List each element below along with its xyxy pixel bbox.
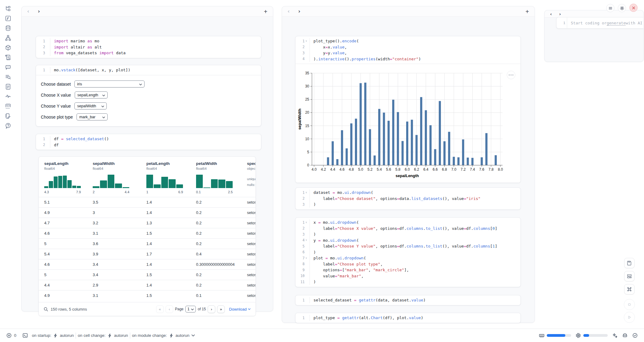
sidebar-item-database[interactable] (4, 25, 12, 31)
sidebar-item-help[interactable] (4, 122, 12, 129)
table-row: 4.73.21.30.2setosa (39, 218, 256, 228)
fold-chevron-icon[interactable]: ∨ (305, 191, 308, 194)
ai-features-button[interactable] (612, 333, 618, 338)
sidebar-item-ai-chat[interactable] (4, 64, 12, 70)
column-header-species[interactable]: speciesobjectuniquenulls: (247, 161, 256, 197)
code-editor[interactable]: 1mo.vstack([dataset, x, y, plot]) (36, 65, 261, 75)
column-header-petalWidth[interactable]: petalWidthfloat640.12.5 (196, 161, 247, 197)
dropdown-choose-y-value[interactable]: sepalWidth (74, 102, 107, 109)
sidebar-item-logs[interactable] (4, 73, 12, 80)
code-placeholder[interactable]: Start coding or generate with AI (567, 17, 642, 28)
fold-chevron-icon[interactable]: ∨ (305, 257, 308, 259)
chevron-left-icon[interactable]: ‹ (288, 9, 290, 14)
chevron-right-icon[interactable]: › (298, 9, 300, 14)
chevron-left-icon[interactable]: ‹ (550, 12, 552, 16)
copilot-button[interactable] (622, 333, 628, 338)
svg-text:6.8: 6.8 (442, 167, 447, 172)
code-editor[interactable]: 1∨x = mo.ui.dropdown(2 label="Choose X v… (295, 218, 521, 287)
table-cell: 1.4 (146, 200, 196, 205)
code-cell-plot: 1∨plot_type().encode(2 x=x.value,3 y=y.v… (295, 36, 521, 183)
column-header-sepalWidth[interactable]: sepalWidthfloat6424.4 (93, 161, 146, 197)
cpu-bar-fill (583, 334, 589, 337)
error-count-badge[interactable]: 0 (6, 333, 16, 338)
page-select[interactable]: 1 (185, 306, 196, 312)
settings-button[interactable] (618, 4, 626, 12)
sidebar-item-snippets[interactable] (4, 54, 12, 61)
download-button[interactable]: Download (229, 307, 251, 312)
terminal-button[interactable] (22, 333, 28, 338)
search-icon[interactable] (44, 307, 48, 312)
code-editor[interactable]: 1df = selected_dataset()2df (36, 134, 261, 150)
keyboard-shortcuts-button[interactable] (624, 284, 635, 294)
generate-link[interactable]: generate (606, 21, 626, 25)
prev-page-button[interactable]: ‹ (166, 305, 173, 313)
next-page-button[interactable]: › (208, 305, 215, 313)
add-cell-button[interactable]: + (264, 9, 267, 15)
svg-text:30: 30 (305, 84, 309, 88)
runtime-setting[interactable]: on startup:autorun (32, 333, 74, 338)
connection-status-button[interactable] (632, 333, 638, 338)
code-editor[interactable]: 1∨plot_type().encode(2 x=x.value,3 y=y.v… (295, 36, 521, 64)
table-cell: 4.7 (44, 221, 93, 225)
code-editor[interactable]: 1plot_type = getattr(alt.Chart(df), plot… (295, 313, 521, 323)
svg-text:7.6: 7.6 (479, 167, 485, 172)
save-button[interactable] (624, 258, 635, 268)
sidebar-item-file-tree[interactable] (4, 5, 12, 12)
chevron-left-icon[interactable]: ‹ (27, 9, 29, 14)
runtime-setting[interactable]: on cell change:autorun (78, 333, 128, 338)
altair-chart-output[interactable]: 4.04.24.44.64.85.05.25.45.65.86.06.26.46… (295, 64, 521, 183)
stop-button[interactable] (624, 299, 635, 310)
menu-button[interactable] (606, 4, 614, 12)
fold-chevron-icon[interactable]: ∨ (305, 239, 308, 241)
code-editor[interactable]: 1selected_dataset = getattr(data, datase… (295, 295, 521, 305)
code-editor[interactable]: 1∨dataset = mo.ui.dropdown(2 label="Choo… (295, 188, 521, 209)
page-label: Page (175, 307, 184, 311)
dropdown-choose-dataset[interactable]: iris (74, 80, 145, 87)
hamburger-icon (608, 6, 613, 10)
svg-text:6.6: 6.6 (433, 167, 438, 172)
sidebar-item-dependency-graph[interactable] (4, 34, 12, 41)
run-button[interactable] (624, 312, 635, 323)
code-editor[interactable]: 1import marimo as mo2import altair as al… (36, 36, 261, 58)
sidebar-item-function[interactable] (4, 15, 12, 22)
layout-button[interactable] (624, 271, 635, 281)
column-header-petalLength[interactable]: petalLengthfloat6416.9 (146, 161, 196, 197)
sidebar-item-tracer[interactable] (4, 93, 12, 100)
control-row: Choose datasetiris (41, 80, 261, 88)
table-cell: 3.4 (93, 262, 146, 267)
status-bar: 0 on startup:autorunon cell change:autor… (0, 329, 644, 342)
table-cell: 0.2 (196, 210, 247, 215)
sidebar-item-scratchpad[interactable] (4, 112, 12, 119)
sidebar-item-package[interactable] (4, 44, 12, 51)
chevron-right-icon[interactable]: › (38, 9, 40, 14)
tracer-icon (5, 93, 11, 100)
svg-text:4.8: 4.8 (349, 167, 354, 172)
code-cell-df: 1df = selected_dataset()2df (36, 134, 261, 150)
sidebar-item-documentation[interactable] (4, 83, 12, 90)
dropdown-choose-plot-type[interactable]: mark_bar (77, 113, 108, 120)
sidebar-item-variables[interactable] (4, 103, 12, 109)
chart-actions-icon[interactable] (507, 71, 515, 79)
dropdown-choose-x-value[interactable]: sepalLength (75, 91, 108, 98)
first-page-button[interactable]: « (156, 305, 164, 313)
fold-chevron-icon[interactable]: ∨ (305, 40, 308, 42)
add-cell-button[interactable]: + (525, 9, 529, 15)
command-icon (627, 287, 632, 292)
table-cell: 3.6 (93, 241, 146, 246)
middle-panel-body: 1∨plot_type().encode(2 x=x.value,3 y=y.v… (282, 17, 535, 322)
table-row: 5.13.51.40.2setosa (39, 197, 256, 207)
copilot-icon (622, 333, 628, 338)
code-cell-vstack: 1mo.vstack([dataset, x, y, plot]) Choose… (36, 65, 261, 126)
last-page-button[interactable]: » (217, 305, 225, 313)
table-row: 4.63.41.40.3000000000000004setosa (39, 259, 256, 269)
fold-chevron-icon[interactable]: ∨ (305, 221, 308, 224)
chevron-right-icon[interactable]: › (559, 12, 561, 16)
table-cell: setosa (247, 231, 256, 236)
shutdown-button[interactable] (629, 4, 638, 12)
empty-code-cell[interactable]: 1 Start coding or generate with AI (556, 17, 644, 29)
runtime-setting[interactable]: on module change:autorun (132, 333, 195, 338)
table-cell: 0.2 (196, 241, 247, 246)
column-header-sepalLength[interactable]: sepalLengthfloat644.37.9 (44, 161, 93, 197)
control-row: Choose X valuesepalLength (41, 91, 261, 99)
runtime-config: on startup:autorunon cell change:autorun… (32, 333, 195, 339)
